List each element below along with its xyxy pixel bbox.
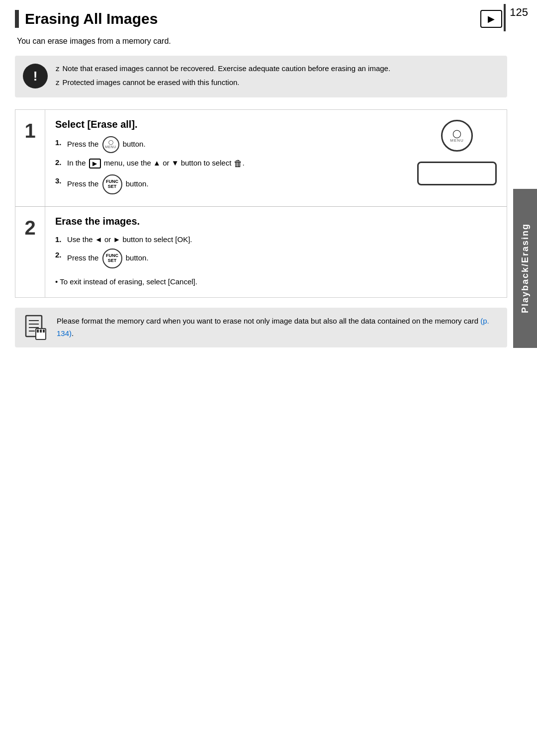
page-container: 125 Playback/Erasing Erasing All Images … — [0, 0, 537, 756]
section-header: Erasing All Images ▶ — [15, 10, 507, 28]
step-1-inst-2-num: 2. — [55, 156, 65, 169]
step-2-note: • To exit instead of erasing, select [Ca… — [55, 275, 397, 288]
func-set-button-icon-2: FUNCSET — [102, 249, 122, 268]
warning-item-2: z Protected images cannot be erased with… — [56, 77, 390, 88]
warning-text-2: Protected images cannot be erased with t… — [63, 77, 240, 88]
trash-symbol: 🗑 — [234, 159, 243, 168]
func-label: FUNCSET — [106, 179, 118, 189]
note-icon — [23, 315, 49, 340]
step-1-inst-3: 3. Press the FUNCSET button. — [55, 174, 397, 194]
side-tab: Playback/Erasing — [513, 189, 537, 348]
page-number: 125 — [510, 6, 528, 19]
section-title: Erasing All Images — [25, 10, 158, 27]
step-1-inst-3-text: Press the FUNCSET button. — [67, 174, 149, 194]
menu-btn-circle-label: MENU — [450, 138, 464, 143]
warning-text-content: z Note that erased images cannot be reco… — [56, 63, 390, 90]
side-tab-text: Playback/Erasing — [520, 223, 531, 313]
func-set-label: FUNCSET — [106, 253, 118, 263]
pb-menu-icon: ▶ — [89, 159, 101, 168]
menu-btn-circle-symbol: ◯ — [450, 129, 464, 138]
step-2-inst-1-text: Use the ◄ or ► button to select [OK]. — [67, 233, 192, 246]
step-1-inst-2-text: In the ▶ menu, use the ▲ or ▼ button to … — [67, 156, 245, 171]
step-1-inst-2: 2. In the ▶ menu, use the ▲ or ▼ button … — [55, 156, 397, 171]
menu-button-graphic-inner: ◯ MENU — [450, 129, 464, 143]
step-2-side — [407, 207, 507, 297]
warning-text-1: Note that erased images cannot be recove… — [63, 63, 391, 75]
step-1-inst-1-text: Press the ◯ MENU button. — [67, 136, 146, 153]
step-1-inst-1-num: 1. — [55, 136, 65, 149]
svg-rect-6 — [37, 330, 39, 333]
menu-btn-symbol: ◯ — [108, 140, 113, 145]
step-1-content: Select [Erase all]. 1. Press the ◯ MENU — [45, 110, 407, 206]
warning-icon: ! — [23, 64, 48, 88]
menu-button-icon-1: ◯ MENU — [102, 136, 119, 153]
or-text: or — [163, 159, 169, 167]
step-2-note-text: • To exit instead of erasing, select [Ca… — [55, 277, 197, 286]
lcd-display-graphic — [417, 162, 497, 185]
step-1-inst-1: 1. Press the ◯ MENU button. — [55, 136, 397, 153]
step-2-inst-1: 1. Use the ◄ or ► button to select [OK]. — [55, 233, 397, 246]
warning-bullet-1: z — [56, 63, 60, 75]
page-number-area: 125 — [487, 0, 537, 31]
step-2-row: 2 Erase the images. 1. Use the ◄ or ► bu… — [15, 207, 507, 297]
step-1-side: ◯ MENU — [407, 110, 507, 206]
menu-button-graphic: ◯ MENU — [441, 120, 473, 152]
step-1-instructions: 1. Press the ◯ MENU button. — [55, 136, 397, 194]
warning-item-1: z Note that erased images cannot be reco… — [56, 63, 390, 75]
intro-text: You can erase images from a memory card. — [17, 37, 507, 46]
step-2-inst-2-num: 2. — [55, 249, 65, 261]
step-2-instructions: 1. Use the ◄ or ► button to select [OK].… — [55, 233, 397, 288]
step-2-heading: Erase the images. — [55, 216, 397, 227]
func-set-button-icon-1: FUNCSET — [102, 174, 122, 194]
format-icon-svg — [24, 315, 48, 340]
step-1-number: 1 — [15, 110, 45, 206]
step-2-inst-2: 2. Press the FUNCSET button. — [55, 249, 397, 268]
warning-exclamation: ! — [33, 69, 38, 84]
step-2-inst-2-text: Press the FUNCSET button. — [67, 249, 149, 268]
main-content: Erasing All Images ▶ You can erase image… — [15, 0, 507, 347]
warning-box: ! z Note that erased images cannot be re… — [15, 56, 507, 97]
step-2-content: Erase the images. 1. Use the ◄ or ► butt… — [45, 207, 407, 297]
steps-container: 1 Select [Erase all]. 1. Press the ◯ — [15, 109, 507, 298]
svg-rect-7 — [40, 330, 42, 333]
note-box: Please format the memory card when you w… — [15, 308, 507, 347]
step-1-inst-3-num: 3. — [55, 174, 65, 187]
note-text-content: Please format the memory card when you w… — [57, 315, 499, 340]
step-2-inst-1-num: 1. — [55, 233, 65, 246]
step-1-row: 1 Select [Erase all]. 1. Press the ◯ — [15, 110, 507, 207]
menu-btn-label: MENU — [105, 145, 116, 149]
step-1-heading: Select [Erase all]. — [55, 119, 397, 130]
note-main-text: Please format the memory card when you w… — [57, 317, 478, 325]
page-number-bar-line — [504, 4, 506, 31]
step-1-content-and-side: Select [Erase all]. 1. Press the ◯ MENU — [45, 110, 507, 206]
warning-bullet-2: z — [56, 77, 60, 88]
step-2-content-and-side: Erase the images. 1. Use the ◄ or ► butt… — [45, 207, 507, 297]
step-2-number: 2 — [15, 207, 45, 297]
svg-rect-8 — [43, 330, 45, 333]
